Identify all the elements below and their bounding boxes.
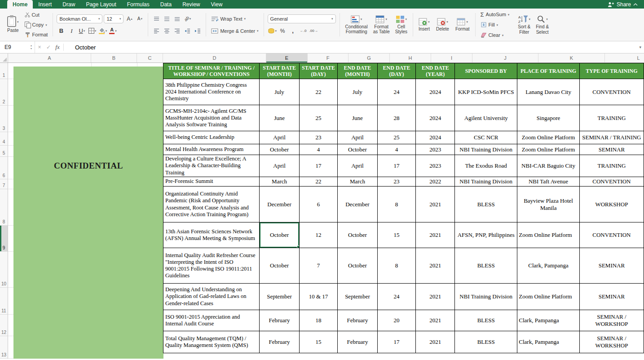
column-header-h[interactable]: H	[390, 53, 431, 62]
align-left-button[interactable]	[152, 27, 161, 36]
cell[interactable]: 24	[377, 284, 416, 310]
row-header-12[interactable]: 12	[0, 315, 8, 336]
cell[interactable]: NBI Training Division	[455, 284, 517, 310]
sort-filter-button[interactable]: AZ ▾ Sort &Filter	[516, 14, 532, 36]
row-header-9[interactable]: 9	[0, 226, 8, 252]
cell[interactable]: March	[338, 177, 377, 187]
cut-button[interactable]: Cut	[23, 10, 49, 19]
cell[interactable]: TRAINING	[579, 155, 644, 177]
font-size-combo[interactable]: 12 ▾	[104, 14, 124, 23]
paste-button[interactable]: ▾ Paste	[5, 15, 21, 34]
format-painter-button[interactable]: Format	[23, 30, 49, 39]
cell[interactable]: Clark, Pampanga	[517, 331, 580, 353]
cell[interactable]: Zoom Online Platform	[517, 284, 580, 310]
table-header-cell[interactable]: TYPE OF TRAINING	[579, 63, 644, 79]
cell[interactable]: 22	[299, 79, 338, 105]
cell[interactable]: July	[338, 79, 377, 105]
cell[interactable]: The Exodus Road	[455, 155, 517, 177]
row-header-10[interactable]: 10	[0, 252, 8, 288]
fill-color-button[interactable]: ▾	[98, 27, 107, 36]
cell[interactable]: 12	[299, 222, 338, 248]
cell[interactable]: BLESS	[455, 248, 517, 284]
align-right-button[interactable]	[172, 27, 181, 36]
cell[interactable]: NBI Training Division	[455, 177, 517, 187]
cancel-entry-button[interactable]: ×	[35, 41, 44, 53]
cell[interactable]: 24	[377, 79, 416, 105]
find-select-button[interactable]: ▾ Find &Select	[534, 14, 551, 36]
cell[interactable]: SEMINAR / TRAINING	[579, 131, 644, 144]
cell[interactable]: 28	[377, 105, 416, 131]
cell[interactable]: Well-being Centric Leadership	[163, 131, 260, 144]
cell[interactable]: SEMINAR / WORKSHOP	[579, 310, 644, 331]
cell[interactable]: SEMINAR	[579, 248, 644, 284]
borders-button[interactable]: ▾	[88, 27, 97, 36]
table-header-cell[interactable]: SPONSORED BY	[455, 63, 517, 79]
cell[interactable]: February	[260, 331, 299, 353]
tab-insert[interactable]: Insert	[33, 0, 57, 9]
cell[interactable]: 6	[299, 187, 338, 222]
cell[interactable]: NBI Taft Avenue	[517, 177, 580, 187]
cell[interactable]: 7	[299, 248, 338, 284]
insert-function-button[interactable]: fx	[53, 41, 62, 53]
cell[interactable]: 4	[377, 144, 416, 155]
cell[interactable]: CSC NCR	[455, 131, 517, 144]
comma-style-button[interactable]: ,	[288, 27, 297, 36]
row-header-1[interactable]: 1	[0, 63, 8, 79]
cell[interactable]: ISO 9001-2015 Appreciation and Internal …	[163, 310, 260, 331]
tab-review[interactable]: Review	[177, 0, 205, 9]
row-header-3[interactable]: 3	[0, 106, 8, 132]
column-header-e[interactable]: E	[266, 53, 308, 62]
cell[interactable]: 2021	[416, 222, 455, 248]
delete-cells-button[interactable]: ▾ Delete	[434, 17, 451, 33]
confidential-block[interactable]: CONFIDENTIAL	[13, 67, 163, 359]
italic-button[interactable]: I	[67, 27, 76, 36]
cell[interactable]: October	[260, 144, 299, 155]
cell[interactable]: 2021	[416, 187, 455, 222]
cell[interactable]: 38th Philippine Chemistry Congress 2024 …	[163, 79, 260, 105]
cell[interactable]: 25	[377, 131, 416, 144]
table-header-cell[interactable]: PLACE OF TRAINING	[517, 63, 580, 79]
table-header-cell[interactable]: END DATE (YEAR)	[416, 63, 455, 79]
wrap-text-button[interactable]: Wrap Text ▾	[210, 14, 247, 23]
selected-cell[interactable]: October	[260, 222, 299, 248]
cell[interactable]: October	[338, 144, 377, 155]
tab-formulas[interactable]: Formulas	[122, 0, 155, 9]
cell[interactable]: 2024	[416, 105, 455, 131]
cell[interactable]: October	[338, 222, 377, 248]
increase-indent-button[interactable]	[193, 27, 202, 36]
column-header-i[interactable]: I	[431, 53, 472, 62]
cell[interactable]: Zoom Online Platform	[517, 131, 580, 144]
row-header-13[interactable]: 13	[0, 336, 8, 359]
cell[interactable]: 17	[377, 155, 416, 177]
cell[interactable]: Zoom Online Platform	[517, 144, 580, 155]
cell[interactable]: June	[260, 105, 299, 131]
cell[interactable]: 17	[377, 331, 416, 353]
autosum-button[interactable]: Σ AutoSum ▾	[479, 10, 511, 19]
cell[interactable]: SEMINAR / WORKSHOP	[579, 331, 644, 353]
table-header-cell[interactable]: START DATE (MONTH)	[260, 63, 299, 79]
align-middle-button[interactable]	[162, 14, 171, 23]
cell[interactable]: Bayview Plaza Hotel Manila	[517, 187, 580, 222]
cell[interactable]: April	[338, 131, 377, 144]
column-header-l[interactable]: L	[605, 53, 644, 62]
cell[interactable]: 2021	[416, 331, 455, 353]
cell[interactable]: 25	[299, 105, 338, 131]
cell[interactable]: Lanang Davao City	[517, 79, 580, 105]
formula-bar-expand-icon[interactable]: ▾	[639, 45, 641, 49]
cell[interactable]: Zoom Online Platform	[517, 222, 580, 248]
name-box[interactable]: E9	[0, 41, 28, 53]
cell[interactable]: CONVENTION	[579, 222, 644, 248]
cell[interactable]: 15	[377, 222, 416, 248]
cell[interactable]: April	[338, 155, 377, 177]
column-header-k[interactable]: K	[538, 53, 605, 62]
number-format-combo[interactable]: General ▾	[268, 14, 336, 23]
orientation-button[interactable]: ab▾	[183, 14, 192, 23]
column-header-f[interactable]: F	[308, 53, 348, 62]
cell[interactable]: 17	[299, 155, 338, 177]
cell[interactable]: Internal Quality Audit Refresher Course …	[163, 248, 260, 284]
cell[interactable]: September	[338, 284, 377, 310]
cell[interactable]: Mental Health Awareness Program	[163, 144, 260, 155]
cell[interactable]: CONVENTION	[579, 79, 644, 105]
cell[interactable]: December	[338, 187, 377, 222]
tab-data[interactable]: Data	[155, 0, 177, 9]
